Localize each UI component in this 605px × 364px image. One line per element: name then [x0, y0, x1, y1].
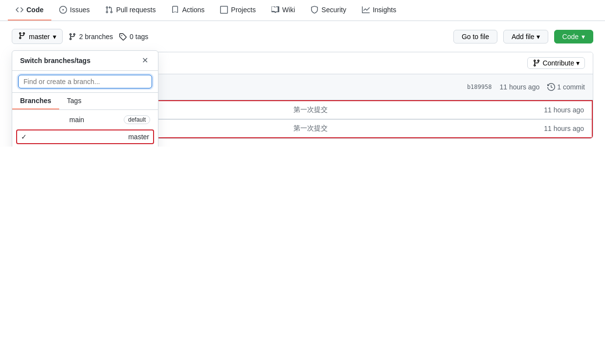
- projects-icon: [220, 6, 228, 14]
- tab-security-label: Security: [321, 6, 346, 14]
- branch-name-main: main: [69, 116, 84, 124]
- tab-code-label: Code: [26, 6, 44, 14]
- file-time-zip: 11 hours ago: [450, 125, 584, 132]
- commit-right: b189958 11 hours ago 1 commit: [467, 83, 585, 91]
- tab-insights[interactable]: Insights: [354, 0, 404, 21]
- commit-count: 1 commit: [547, 83, 585, 91]
- current-branch-label: master: [29, 33, 50, 41]
- branches-tab[interactable]: Branches: [12, 93, 59, 109]
- tab-pr-label: Pull requests: [116, 6, 156, 14]
- branch-item-main[interactable]: main default: [12, 112, 158, 128]
- file-time-01: 11 hours ago: [450, 106, 584, 114]
- branch-list: main default ✓ master: [12, 110, 158, 147]
- commit-time: 11 hours ago: [499, 83, 539, 91]
- branch-icon: [18, 32, 26, 41]
- security-icon: [311, 6, 318, 14]
- tab-actions-label: Actions: [182, 6, 204, 14]
- pr-icon: [105, 6, 113, 14]
- tab-issues-label: Issues: [70, 6, 90, 14]
- file-commit-zip: 第一次提交: [177, 124, 445, 133]
- chevron-down-icon-contribute: ▾: [576, 59, 580, 67]
- tags-count: 0 tags: [119, 33, 148, 41]
- tab-actions[interactable]: Actions: [163, 0, 212, 21]
- dropdown-header: Switch branches/tags ✕: [12, 51, 158, 71]
- branch-bar: master ▾ 2 branches 0 tags Go to file Ad…: [12, 29, 593, 44]
- tags-link[interactable]: 0 tags: [130, 33, 148, 41]
- code-button[interactable]: Code ▾: [554, 30, 593, 43]
- branch-dropdown: Switch branches/tags ✕ Branches Tags mai…: [12, 50, 158, 147]
- chevron-down-icon: ▾: [53, 33, 56, 41]
- tab-pullrequests[interactable]: Pull requests: [97, 0, 163, 21]
- tab-code[interactable]: Code: [8, 0, 51, 21]
- branch-tags-tabs: Branches Tags: [12, 93, 158, 110]
- tags-tab[interactable]: Tags: [59, 93, 90, 109]
- branches-link[interactable]: 2 branches: [79, 33, 113, 41]
- commit-count-text: 1 commit: [557, 83, 585, 91]
- tab-wiki-label: Wiki: [282, 6, 295, 14]
- commit-hash: b189958: [467, 84, 492, 90]
- tab-projects-label: Projects: [231, 6, 256, 14]
- dropdown-title: Switch branches/tags: [20, 57, 90, 64]
- tab-security[interactable]: Security: [303, 0, 354, 21]
- branch-item-master[interactable]: ✓ master: [16, 129, 154, 144]
- tab-insights-label: Insights: [373, 6, 396, 14]
- contribute-button[interactable]: Contribute ▾: [527, 57, 585, 69]
- default-badge: default: [124, 115, 150, 124]
- branch-count: 2 branches: [68, 33, 113, 41]
- wiki-icon: [271, 6, 279, 14]
- go-to-file-button[interactable]: Go to file: [453, 30, 497, 43]
- branch-selector-button[interactable]: master ▾: [12, 29, 63, 44]
- chevron-down-icon-code: ▾: [582, 33, 585, 41]
- insights-icon: [362, 6, 370, 14]
- tab-wiki[interactable]: Wiki: [264, 0, 303, 21]
- chevron-down-icon-add: ▾: [537, 33, 540, 41]
- close-dropdown-button[interactable]: ✕: [140, 56, 150, 65]
- search-wrap: [12, 71, 158, 93]
- repo-nav: Code Issues Pull requests Actions Projec…: [0, 0, 605, 21]
- contribute-label: Contribute: [542, 59, 574, 67]
- actions-icon: [171, 6, 179, 14]
- main-content: master ▾ 2 branches 0 tags Go to file Ad…: [0, 21, 605, 147]
- check-icon: ✓: [21, 133, 27, 141]
- tab-projects[interactable]: Projects: [212, 0, 264, 21]
- code-icon: [16, 6, 23, 14]
- file-commit-01: 第一次提交: [177, 106, 445, 114]
- branch-name-master: master: [128, 133, 149, 141]
- issues-icon: [59, 6, 67, 14]
- add-file-button[interactable]: Add file ▾: [503, 30, 548, 43]
- tab-issues[interactable]: Issues: [51, 0, 97, 21]
- branch-search-input[interactable]: [18, 75, 152, 88]
